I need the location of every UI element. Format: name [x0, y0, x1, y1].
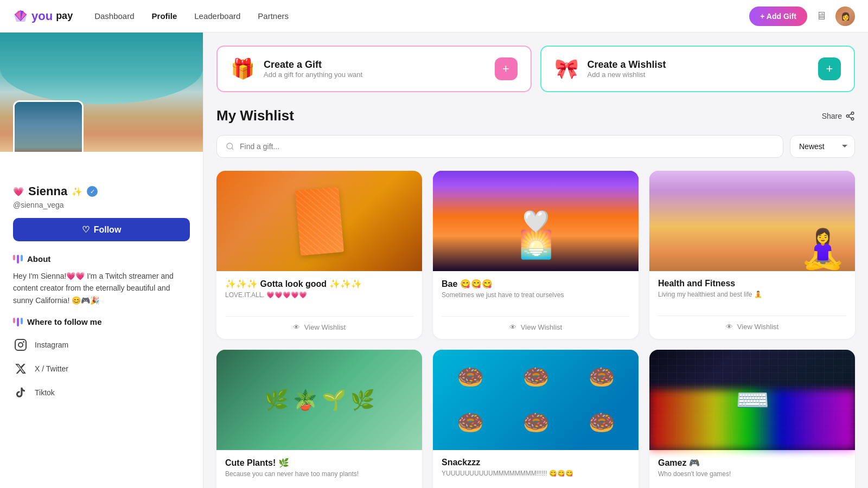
logo-text-y: you — [31, 9, 53, 23]
about-section-label: About — [13, 254, 190, 264]
svg-point-9 — [851, 118, 854, 120]
donut-4: 🍩 — [457, 410, 484, 435]
logo[interactable]: youpay — [13, 9, 73, 24]
card-2-footer[interactable]: 👁 View Wishlist — [442, 316, 630, 331]
donut-5: 🍩 — [522, 410, 550, 435]
eye-icon-2: 👁 — [509, 323, 516, 331]
card-5-title: Snackzzz — [442, 458, 630, 467]
follow-button[interactable]: ♡ Follow — [13, 218, 190, 241]
card-6-title: Gamez 🎮 — [658, 458, 846, 468]
nav-dashboard[interactable]: Dashboard — [94, 11, 134, 21]
search-input[interactable] — [240, 142, 774, 151]
svg-point-8 — [846, 114, 849, 117]
display-name: Sienna — [28, 184, 67, 198]
sidebar: ⊞ 💗 Sienna ✨ ✓ @sienna_vega ♡ Follow — [0, 33, 203, 488]
wishlist-header: My Wishlist Share — [216, 107, 855, 124]
bar3b — [21, 318, 23, 324]
profile-image: ⊞ — [13, 100, 84, 152]
eye-icon-1: 👁 — [293, 323, 300, 331]
cover-wave — [0, 33, 203, 104]
card-5-body: Snackzzz YUUUUUUUUUUMMMMMMMM!!!!!! 😋😋😋 👁… — [433, 450, 639, 488]
create-gift-add-button[interactable]: + — [495, 57, 518, 80]
nav-partners[interactable]: Partners — [258, 11, 289, 21]
user-name-row: 💗 Sienna ✨ ✓ — [13, 184, 190, 198]
share-button[interactable]: Share — [822, 111, 855, 121]
nav-leaderboard[interactable]: Leaderboard — [194, 11, 240, 21]
bar2b — [17, 318, 19, 326]
card-1-subtitle: LOVE.IT.ALL. 💗💗💗💗💗 — [225, 291, 413, 309]
wishlist-title: My Wishlist — [216, 107, 294, 124]
card-3-footer[interactable]: 👁 View Wishlist — [658, 316, 846, 331]
create-wishlist-card[interactable]: 🎀 Create a Wishlist Add a new wishlist + — [540, 46, 856, 92]
card-3-subtitle: Living my healthiest and best life 🧘 — [658, 291, 846, 308]
svg-line-13 — [232, 148, 233, 150]
logo-icon — [13, 9, 28, 24]
svg-line-10 — [848, 117, 851, 118]
main-content: 🎁 Create a Gift Add a gift for anything … — [203, 33, 868, 488]
navigation: youpay Dashboard Profile Leaderboard Par… — [0, 0, 868, 33]
create-wishlist-card-left: 🎀 Create a Wishlist Add a new wishlist — [554, 57, 666, 80]
svg-point-6 — [23, 342, 24, 342]
eye-icon-3: 👁 — [726, 323, 733, 331]
main-layout: ⊞ 💗 Sienna ✨ ✓ @sienna_vega ♡ Follow — [0, 33, 868, 488]
donut-2: 🍩 — [522, 364, 550, 390]
social-instagram[interactable]: Instagram — [13, 333, 190, 357]
wishlist-card-3[interactable]: 🧘‍♀️ Health and Fitness Living my health… — [649, 171, 855, 339]
svg-point-7 — [851, 112, 854, 114]
wishlist-card-2[interactable]: 🌅 🤍 Bae 😋😋😋 Sometimes we just have to tr… — [433, 171, 639, 339]
avatar-image: 👩 — [835, 7, 855, 26]
add-gift-button[interactable]: + Add Gift — [749, 7, 807, 26]
wishlist-card-1[interactable]: ✨✨✨ Gotta look good ✨✨✨ LOVE.IT.ALL. 💗💗💗… — [216, 171, 422, 339]
card-1-body: ✨✨✨ Gotta look good ✨✨✨ LOVE.IT.ALL. 💗💗💗… — [216, 271, 422, 339]
user-avatar[interactable]: 👩 — [835, 7, 855, 26]
filter-select[interactable]: Newest Oldest Popular — [790, 135, 855, 158]
create-gift-card[interactable]: 🎁 Create a Gift Add a gift for anything … — [216, 46, 532, 92]
wishlist-grid: ✨✨✨ Gotta look good ✨✨✨ LOVE.IT.ALL. 💗💗💗… — [216, 171, 855, 488]
card-5-subtitle: YUUUUUUUUUUMMMMMMMM!!!!!! 😋😋😋 — [442, 470, 630, 487]
donut-6: 🍩 — [588, 410, 615, 435]
card-1-footer[interactable]: 👁 View Wishlist — [225, 316, 413, 331]
instagram-icon — [13, 337, 28, 352]
share-label: Share — [822, 112, 842, 120]
search-icon — [226, 142, 234, 151]
instagram-label: Instagram — [35, 341, 68, 349]
card-4-image: 🌿 🪴 🌱 🌿 — [216, 350, 422, 450]
card-6-body: Gamez 🎮 Who doesn't love games! 👁 View W… — [649, 450, 855, 488]
create-gift-card-left: 🎁 Create a Gift Add a gift for anything … — [231, 57, 362, 80]
create-gift-title: Create a Gift — [264, 59, 362, 70]
social-tiktok[interactable]: Tiktok — [13, 381, 190, 404]
user-handle: @sienna_vega — [13, 201, 190, 209]
plant-4: 🌿 — [350, 389, 375, 412]
create-wishlist-text: Create a Wishlist Add a new wishlist — [588, 59, 666, 79]
donut-3: 🍩 — [588, 364, 615, 390]
card-2-image: 🌅 🤍 — [433, 171, 639, 271]
card-2-view-label: View Wishlist — [521, 323, 562, 331]
wishlist-card-5[interactable]: 🍩 🍩 🍩 🍩 🍩 🍩 Snackzzz YUUUUUUUUUUMMMMMMMM… — [433, 350, 639, 488]
plant-1: 🌿 — [264, 389, 289, 412]
profile-photo — [15, 102, 82, 152]
follow-label: Follow — [94, 225, 122, 235]
bar3 — [21, 255, 23, 261]
follow-me-label: Where to follow me — [13, 317, 190, 326]
action-cards: 🎁 Create a Gift Add a gift for anything … — [216, 46, 855, 92]
twitter-label: X / Twitter — [35, 364, 68, 373]
card-2-body: Bae 😋😋😋 Sometimes we just have to treat … — [433, 271, 639, 339]
bars-icon-2 — [13, 318, 23, 326]
wishlist-card-6[interactable]: ⌨️ Gamez 🎮 Who doesn't love games! 👁 Vie… — [649, 350, 855, 488]
about-text: Hey I'm Sienna!💗💗 I'm a Twitch streamer … — [13, 270, 190, 306]
plant-grid: 🌿 🪴 🌱 🌿 — [216, 350, 422, 450]
bar2 — [17, 255, 19, 264]
tiktok-label: Tiktok — [35, 388, 55, 397]
wishlist-icon: 🎀 — [554, 57, 579, 80]
nav-profile[interactable]: Profile — [152, 11, 177, 21]
card-4-subtitle: Because you can never have too many plan… — [225, 470, 413, 487]
card-2-subtitle: Sometimes we just have to treat ourselve… — [442, 291, 630, 309]
cover-photo: ⊞ — [0, 33, 203, 152]
wishlist-card-4[interactable]: 🌿 🪴 🌱 🌿 Cute Plants! 🌿 Because you can n… — [216, 350, 422, 488]
social-twitter[interactable]: X / Twitter — [13, 357, 190, 381]
keyboard-emoji: ⌨️ — [736, 384, 769, 416]
monitor-icon[interactable]: 🖥 — [816, 10, 827, 22]
heart-emoji: 💗 — [13, 187, 24, 197]
svg-point-12 — [227, 143, 233, 149]
create-wishlist-add-button[interactable]: + — [818, 57, 841, 80]
